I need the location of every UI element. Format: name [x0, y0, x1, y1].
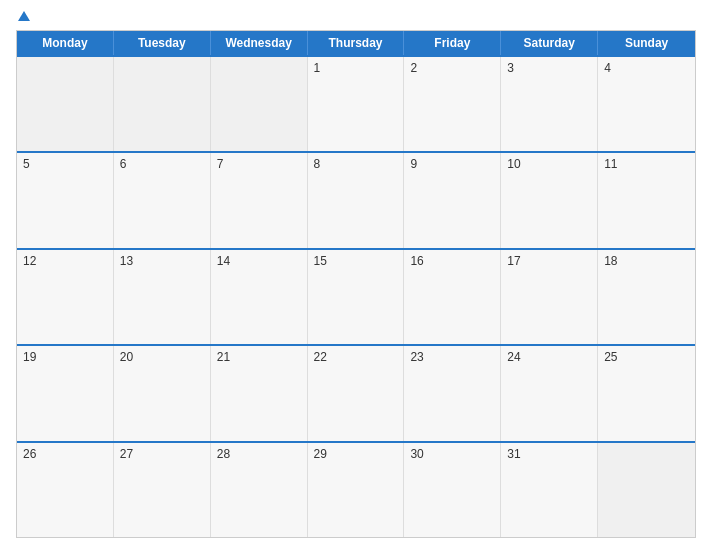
- day-number: 22: [314, 350, 398, 364]
- calendar-day-28: 28: [211, 443, 308, 537]
- day-header-friday: Friday: [404, 31, 501, 55]
- day-header-thursday: Thursday: [308, 31, 405, 55]
- calendar-day-7: 7: [211, 153, 308, 247]
- calendar-day-empty: [211, 57, 308, 151]
- calendar-week-4: 19202122232425: [17, 344, 695, 440]
- calendar-day-5: 5: [17, 153, 114, 247]
- calendar-day-26: 26: [17, 443, 114, 537]
- calendar-day-11: 11: [598, 153, 695, 247]
- calendar-body: 1234567891011121314151617181920212223242…: [17, 55, 695, 537]
- calendar-day-1: 1: [308, 57, 405, 151]
- day-number: 27: [120, 447, 204, 461]
- calendar-week-1: 1234: [17, 55, 695, 151]
- calendar-week-2: 567891011: [17, 151, 695, 247]
- day-number: 24: [507, 350, 591, 364]
- day-number: 26: [23, 447, 107, 461]
- calendar-day-17: 17: [501, 250, 598, 344]
- day-number: 2: [410, 61, 494, 75]
- calendar-day-2: 2: [404, 57, 501, 151]
- calendar-day-12: 12: [17, 250, 114, 344]
- calendar-day-4: 4: [598, 57, 695, 151]
- day-number: 7: [217, 157, 301, 171]
- day-number: 19: [23, 350, 107, 364]
- day-number: 8: [314, 157, 398, 171]
- day-header-sunday: Sunday: [598, 31, 695, 55]
- calendar-day-27: 27: [114, 443, 211, 537]
- calendar-day-29: 29: [308, 443, 405, 537]
- calendar-day-13: 13: [114, 250, 211, 344]
- calendar-day-22: 22: [308, 346, 405, 440]
- day-number: 21: [217, 350, 301, 364]
- calendar-day-24: 24: [501, 346, 598, 440]
- calendar-day-31: 31: [501, 443, 598, 537]
- calendar-week-5: 262728293031: [17, 441, 695, 537]
- calendar-day-14: 14: [211, 250, 308, 344]
- day-number: 11: [604, 157, 689, 171]
- calendar-week-3: 12131415161718: [17, 248, 695, 344]
- day-number: 3: [507, 61, 591, 75]
- calendar-day-21: 21: [211, 346, 308, 440]
- day-number: 9: [410, 157, 494, 171]
- day-header-wednesday: Wednesday: [211, 31, 308, 55]
- day-header-saturday: Saturday: [501, 31, 598, 55]
- day-number: 4: [604, 61, 689, 75]
- calendar-day-empty: [598, 443, 695, 537]
- day-number: 28: [217, 447, 301, 461]
- calendar-day-10: 10: [501, 153, 598, 247]
- day-number: 1: [314, 61, 398, 75]
- logo: [16, 12, 30, 22]
- day-header-monday: Monday: [17, 31, 114, 55]
- calendar-day-25: 25: [598, 346, 695, 440]
- day-number: 6: [120, 157, 204, 171]
- calendar-grid: MondayTuesdayWednesdayThursdayFridaySatu…: [16, 30, 696, 538]
- day-number: 10: [507, 157, 591, 171]
- day-number: 31: [507, 447, 591, 461]
- day-number: 16: [410, 254, 494, 268]
- calendar-day-15: 15: [308, 250, 405, 344]
- day-number: 20: [120, 350, 204, 364]
- calendar-day-20: 20: [114, 346, 211, 440]
- logo-triangle-icon: [18, 11, 30, 21]
- calendar-day-19: 19: [17, 346, 114, 440]
- calendar-day-6: 6: [114, 153, 211, 247]
- day-number: 13: [120, 254, 204, 268]
- calendar-day-23: 23: [404, 346, 501, 440]
- day-number: 29: [314, 447, 398, 461]
- calendar-day-3: 3: [501, 57, 598, 151]
- calendar-header: MondayTuesdayWednesdayThursdayFridaySatu…: [17, 31, 695, 55]
- day-number: 15: [314, 254, 398, 268]
- day-number: 25: [604, 350, 689, 364]
- day-number: 14: [217, 254, 301, 268]
- calendar-day-empty: [17, 57, 114, 151]
- calendar-day-empty: [114, 57, 211, 151]
- day-header-tuesday: Tuesday: [114, 31, 211, 55]
- calendar-day-8: 8: [308, 153, 405, 247]
- calendar-day-9: 9: [404, 153, 501, 247]
- day-number: 12: [23, 254, 107, 268]
- day-number: 23: [410, 350, 494, 364]
- day-number: 5: [23, 157, 107, 171]
- calendar-page: MondayTuesdayWednesdayThursdayFridaySatu…: [0, 0, 712, 550]
- day-number: 30: [410, 447, 494, 461]
- day-number: 17: [507, 254, 591, 268]
- page-header: [16, 12, 696, 22]
- day-number: 18: [604, 254, 689, 268]
- calendar-day-30: 30: [404, 443, 501, 537]
- calendar-day-16: 16: [404, 250, 501, 344]
- calendar-day-18: 18: [598, 250, 695, 344]
